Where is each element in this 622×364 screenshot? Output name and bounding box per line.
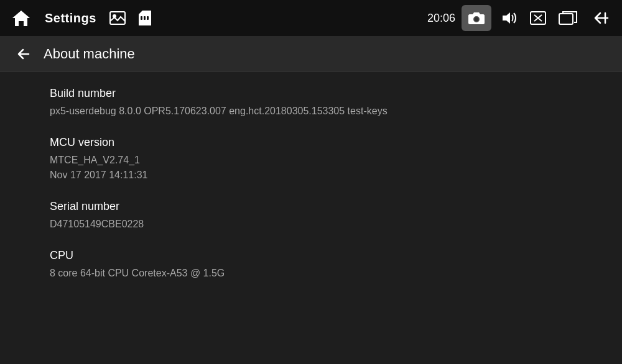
- home-button[interactable]: [7, 4, 35, 32]
- svg-rect-3: [144, 16, 146, 20]
- camera-button[interactable]: [462, 5, 491, 31]
- status-icons-mid: [106, 9, 156, 27]
- label-serial-number: Serial number: [50, 200, 572, 213]
- value-mcu-version: Nov 17 2017 14:11:31: [50, 168, 572, 183]
- label-mcu-version: MCU version: [50, 136, 572, 149]
- window-button[interactable]: [555, 5, 581, 31]
- value-cpu: 8 core 64-bit CPU Coretex-A53 @ 1.5G: [50, 266, 572, 281]
- settings-title: Settings: [45, 11, 96, 25]
- global-back-button[interactable]: [585, 5, 615, 31]
- time-display: 20:06: [427, 12, 455, 25]
- value-build-number: px5-userdebug 8.0.0 OPR5.170623.007 eng.…: [50, 104, 572, 119]
- svg-point-6: [475, 17, 479, 22]
- close-button[interactable]: [525, 5, 551, 31]
- svg-rect-2: [141, 16, 142, 20]
- back-button[interactable]: [12, 43, 35, 65]
- label-build-number: Build number: [50, 87, 572, 100]
- sub-header: About machine: [0, 36, 622, 72]
- status-bar-left: Settings: [7, 4, 427, 32]
- section-build-number: Build numberpx5-userdebug 8.0.0 OPR5.170…: [50, 87, 572, 119]
- sd-card-icon: [134, 9, 156, 27]
- status-bar: Settings 20:06: [0, 0, 622, 36]
- section-cpu: CPU8 core 64-bit CPU Coretex-A53 @ 1.5G: [50, 249, 572, 281]
- image-icon: [106, 9, 129, 27]
- svg-rect-10: [559, 14, 573, 24]
- value-serial-number: D47105149CBE0228: [50, 217, 572, 232]
- section-mcu-version: MCU versionMTCE_HA_V2.74_1Nov 17 2017 14…: [50, 136, 572, 183]
- svg-rect-4: [147, 16, 149, 20]
- section-serial-number: Serial numberD47105149CBE0228: [50, 200, 572, 232]
- label-cpu: CPU: [50, 249, 572, 262]
- content-area: Build numberpx5-userdebug 8.0.0 OPR5.170…: [0, 72, 622, 364]
- status-bar-right: 20:06: [427, 5, 615, 31]
- page-title: About machine: [44, 46, 135, 62]
- volume-button[interactable]: [495, 5, 521, 31]
- value-mcu-version: MTCE_HA_V2.74_1: [50, 153, 572, 168]
